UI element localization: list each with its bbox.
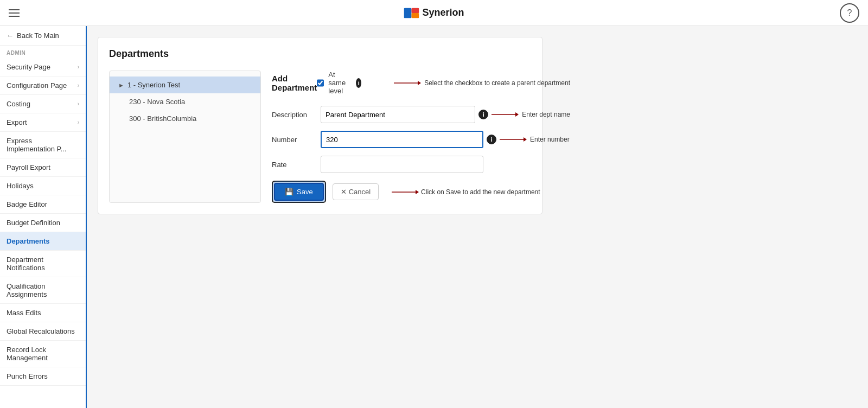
annotation-arrow-number [500,135,527,144]
same-level-annotation-text: Select the checkbox to create a parent d… [424,79,570,87]
annotation-arrow-description [492,110,519,119]
sidebar-item-costing[interactable]: Costing› [0,95,86,113]
sidebar-item-label-payroll-export: Payroll Export [7,163,50,171]
number-info-icon[interactable]: i [487,135,496,144]
add-dept-panel: Add Department At same level i [272,71,570,203]
save-annotation-text: Click on Save to add the new department [421,188,540,196]
rate-label: Rate [272,161,321,169]
description-label: Description [272,111,321,119]
svg-rect-2 [411,13,419,18]
svg-rect-1 [411,8,419,12]
description-row: Description i Enter dept name [272,106,570,123]
content-grid: ►1 - Synerion Test230 - Nova Scotia300 -… [109,71,531,203]
sidebar: ← Back To Main ADMIN Security Page›Confi… [0,26,87,408]
tree-item-british-columbia[interactable]: 300 - BritishColumbia [110,110,260,127]
departments-card: Departments ►1 - Synerion Test230 - Nova… [98,37,542,214]
save-annotation: Click on Save to add the new department [392,188,540,196]
back-to-main-button[interactable]: ← Back To Main [0,26,86,46]
sidebar-item-label-express-impl: Express Implementation P... [7,137,79,153]
help-button[interactable]: ? [840,3,859,23]
save-disk-icon: 💾 [285,188,293,196]
sidebar-item-dept-notifications[interactable]: Department Notifications [0,251,86,277]
dept-tree: ►1 - Synerion Test230 - Nova Scotia300 -… [109,71,261,203]
sidebar-item-label-badge-editor: Badge Editor [7,200,47,208]
same-level-checkbox[interactable] [317,79,324,87]
sidebar-item-label-global-recalculations: Global Recalculations [7,327,75,335]
sidebar-item-label-holidays: Holidays [7,182,34,190]
back-label: Back To Main [17,31,59,40]
add-dept-title: Add Department [272,74,317,92]
tree-item-synerion-test[interactable]: ►1 - Synerion Test [110,76,260,93]
sidebar-item-departments[interactable]: Departments [0,232,86,251]
main-content: Departments ►1 - Synerion Test230 - Nova… [87,26,868,408]
app-body: ← Back To Main ADMIN Security Page›Confi… [0,26,868,408]
synerion-logo-icon [404,8,419,18]
sidebar-item-mass-edits[interactable]: Mass Edits [0,304,86,322]
sidebar-item-label-mass-edits: Mass Edits [7,309,41,317]
sidebar-item-label-departments: Departments [7,237,49,245]
svg-marker-10 [416,190,419,194]
description-info-icon[interactable]: i [478,110,488,119]
sidebar-item-punch-errors[interactable]: Punch Errors [0,367,86,386]
rate-input[interactable] [321,156,483,173]
sidebar-item-payroll-export[interactable]: Payroll Export [0,158,86,177]
svg-marker-4 [418,81,421,85]
help-icon: ? [847,8,852,18]
back-arrow-icon: ← [7,31,14,40]
save-label: Save [297,188,313,196]
chevron-icon-security-page: › [78,64,79,70]
app-name: Synerion [422,7,464,18]
chevron-icon-costing: › [78,101,79,107]
cancel-label: Cancel [349,188,371,196]
sidebar-item-label-configuration-page: Configuration Page [7,81,67,90]
sidebar-item-budget-definition[interactable]: Budget Definition [0,214,86,232]
rate-row: Rate [272,156,570,173]
sidebar-item-label-security-page: Security Page [7,63,50,71]
chevron-icon-configuration-page: › [78,82,79,88]
description-annotation: i Enter dept name [478,110,570,119]
sidebar-item-label-budget-definition: Budget Definition [7,219,60,227]
sidebar-item-label-export: Export [7,118,27,126]
sidebar-item-label-record-lock-mgmt: Record Lock Management [7,346,79,362]
action-row: 💾 Save ✕ Cancel [272,181,570,203]
tree-item-label-british-columbia: 300 - BritishColumbia [129,114,196,123]
description-input[interactable] [321,106,475,123]
svg-marker-6 [515,112,519,117]
cancel-button[interactable]: ✕ Cancel [333,183,379,200]
chevron-icon-export: › [78,119,79,125]
sidebar-item-configuration-page[interactable]: Configuration Page› [0,76,86,95]
page-title: Departments [109,48,531,60]
sidebar-item-express-impl[interactable]: Express Implementation P... [0,132,86,158]
sidebar-item-qualification-assignments[interactable]: Qualification Assignments [0,277,86,304]
cancel-x-icon: ✕ [341,188,347,196]
svg-marker-8 [524,137,527,142]
sidebar-item-label-dept-notifications: Department Notifications [7,256,79,272]
sidebar-item-holidays[interactable]: Holidays [0,177,86,195]
sidebar-item-badge-editor[interactable]: Badge Editor [0,195,86,214]
tree-item-label-nova-scotia: 230 - Nova Scotia [129,98,185,106]
hamburger-menu-button[interactable] [9,9,20,17]
sidebar-item-export[interactable]: Export› [0,113,86,132]
sidebar-item-label-punch-errors: Punch Errors [7,372,48,380]
sidebar-items: Security Page›Configuration Page›Costing… [0,58,86,386]
sidebar-item-security-page[interactable]: Security Page› [0,58,86,76]
number-input[interactable] [321,131,483,148]
tree-item-nova-scotia[interactable]: 230 - Nova Scotia [110,93,260,110]
tree-items: ►1 - Synerion Test230 - Nova Scotia300 -… [110,76,260,127]
same-level-info-icon[interactable]: i [356,78,361,88]
same-level-label: At same level [328,71,352,95]
app-logo: Synerion [404,7,464,18]
sidebar-section-label: ADMIN [0,46,86,58]
description-annotation-text: Enter dept name [522,111,570,118]
same-level-annotation: Select the checkbox to create a parent d… [394,79,570,87]
svg-rect-0 [404,8,411,18]
number-label: Number [272,136,321,144]
number-row: Number i Enter number [272,131,570,148]
sidebar-item-record-lock-mgmt[interactable]: Record Lock Management [0,341,86,367]
sidebar-item-global-recalculations[interactable]: Global Recalculations [0,322,86,341]
tree-arrow-icon: ► [118,82,124,88]
add-dept-header: Add Department At same level i [272,71,570,95]
same-level-row: At same level i [317,71,361,95]
save-button[interactable]: 💾 Save [274,183,324,201]
annotation-arrow-save [392,188,419,196]
